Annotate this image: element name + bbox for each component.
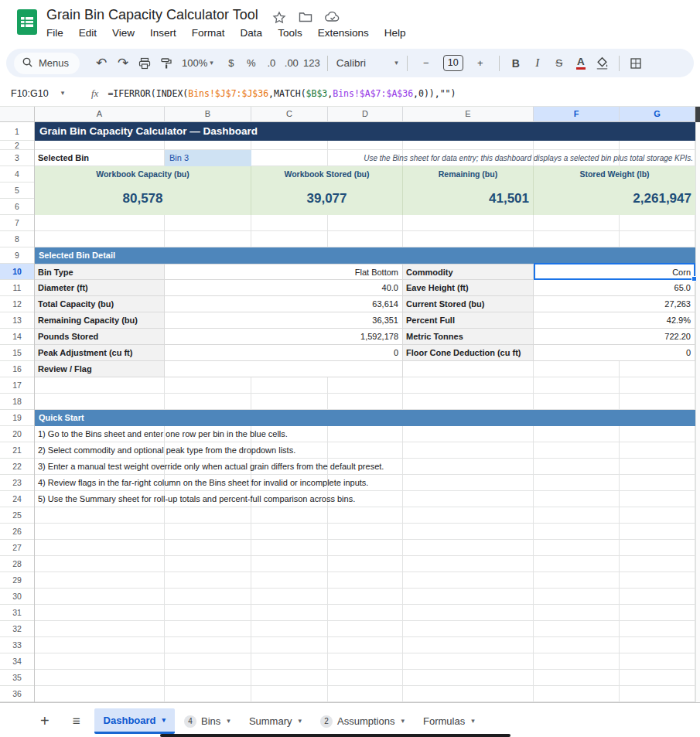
detail-label-cell[interactable]: Remaining Capacity (bu) xyxy=(35,312,165,329)
row-header-23[interactable]: 23 xyxy=(0,475,34,491)
row-header-32[interactable]: 32 xyxy=(0,621,34,637)
detail-value-cell[interactable]: 40.0 xyxy=(165,280,403,296)
fill-color-icon[interactable] xyxy=(592,53,613,73)
row-header-4[interactable]: 4 xyxy=(0,166,34,183)
menus-search-button[interactable]: Menus xyxy=(14,53,80,74)
kpi-header-workbook-capacity[interactable]: Workbook Capacity (bu) xyxy=(35,166,251,183)
detail-label-cell[interactable]: Peak Adjustment (cu ft) xyxy=(35,345,165,361)
fill-handle[interactable] xyxy=(691,276,697,281)
move-folder-icon[interactable] xyxy=(299,11,312,25)
row-header-8[interactable]: 8 xyxy=(0,231,34,247)
row-header-28[interactable]: 28 xyxy=(0,556,34,572)
selected-bin-label-cell[interactable]: Selected Bin xyxy=(35,150,165,166)
detail-label-cell[interactable]: Review / Flag xyxy=(35,361,165,377)
row-header-30[interactable]: 30 xyxy=(0,589,34,605)
row-header-35[interactable]: 35 xyxy=(0,670,34,686)
row-header-6[interactable]: 6 xyxy=(0,199,34,215)
column-header-B[interactable]: B xyxy=(165,107,251,122)
detail-value-cell[interactable]: 42.9% xyxy=(534,312,695,329)
formula-input[interactable]: =IFERROR(INDEX(Bins!$J$7:$J$36,MATCH($B$… xyxy=(108,88,456,99)
row-header-17[interactable]: 17 xyxy=(0,377,34,394)
detail-section-header-cell[interactable]: Selected Bin Detail xyxy=(35,247,695,264)
detail-label-cell[interactable]: Eave Height (ft) xyxy=(403,280,534,296)
row-header-31[interactable]: 31 xyxy=(0,605,34,621)
zoom-control[interactable]: 100% ▾ xyxy=(182,57,213,69)
detail-label-cell[interactable]: Diameter (ft) xyxy=(35,280,165,296)
row-header-25[interactable]: 25 xyxy=(0,507,34,524)
row-header-21[interactable]: 21 xyxy=(0,442,34,459)
detail-label-cell[interactable]: Floor Cone Deduction (cu ft) xyxy=(403,345,534,361)
detail-label-cell[interactable]: Percent Full xyxy=(403,312,534,329)
text-color-button[interactable]: A xyxy=(576,56,586,70)
select-all-corner[interactable] xyxy=(0,107,35,122)
all-sheets-icon[interactable]: ≡ xyxy=(73,714,80,729)
tab-dashboard[interactable]: Dashboard ▾ xyxy=(94,708,175,734)
row-header-18[interactable]: 18 xyxy=(0,394,34,410)
detail-value-cell[interactable]: Flat Bottom xyxy=(165,264,403,280)
detail-label-cell[interactable]: Metric Tonnes xyxy=(403,329,534,345)
row-header-29[interactable]: 29 xyxy=(0,572,34,589)
row-header-36[interactable]: 36 xyxy=(0,686,34,702)
row-header-27[interactable]: 27 xyxy=(0,540,34,556)
row-header-12[interactable]: 12 xyxy=(0,296,34,312)
menu-view[interactable]: View xyxy=(112,27,135,39)
borders-icon[interactable] xyxy=(625,53,647,73)
detail-value-cell[interactable]: 722.20 xyxy=(534,329,695,345)
detail-label-cell[interactable]: Current Stored (bu) xyxy=(403,296,534,312)
row-header-10[interactable]: 10 xyxy=(0,264,34,280)
strikethrough-button[interactable]: S xyxy=(548,53,570,73)
menu-file[interactable]: File xyxy=(46,27,63,39)
redo-icon[interactable]: ↷ xyxy=(112,53,134,73)
row-header-33[interactable]: 33 xyxy=(0,637,34,653)
detail-value-cell[interactable] xyxy=(165,361,403,377)
row-header-7[interactable]: 7 xyxy=(0,215,34,231)
quickstart-step-cell[interactable]: 3) Enter a manual test weight override o… xyxy=(35,459,695,475)
row-header-26[interactable]: 26 xyxy=(0,524,34,540)
column-header-E[interactable]: E xyxy=(403,107,534,122)
bold-button[interactable]: B xyxy=(505,53,527,73)
kpi-header-stored-weight[interactable]: Stored Weight (lb) xyxy=(534,166,695,183)
format-currency-button[interactable]: $ xyxy=(221,57,241,69)
row-header-5[interactable]: 5 xyxy=(0,183,34,199)
dashboard-title-cell[interactable]: Grain Bin Capacity Calculator — Dashboar… xyxy=(35,122,695,141)
detail-value-cell[interactable]: 1,592,178 xyxy=(165,329,403,345)
detail-value-cell[interactable]: 0 xyxy=(165,345,403,361)
menu-tools[interactable]: Tools xyxy=(278,27,302,39)
quickstart-step-cell[interactable]: 4) Review flags in the far-right column … xyxy=(35,475,695,491)
detail-label-cell[interactable]: Bin Type xyxy=(35,264,165,280)
kpi-header-remaining[interactable]: Remaining (bu) xyxy=(403,166,534,183)
menu-edit[interactable]: Edit xyxy=(79,27,97,39)
row-header-9[interactable]: 9 xyxy=(0,247,34,264)
quickstart-step-cell[interactable]: 2) Select commodity and optional peak ty… xyxy=(35,442,695,459)
kpi-value-workbook-stored[interactable]: 39,077 xyxy=(251,183,403,215)
format-percent-button[interactable]: % xyxy=(241,57,261,69)
row-header-11[interactable]: 11 xyxy=(0,280,34,296)
kpi-header-workbook-stored[interactable]: Workbook Stored (bu) xyxy=(251,166,403,183)
cloud-saved-icon[interactable] xyxy=(325,11,339,25)
kpi-value-stored-weight[interactable]: 2,261,947 xyxy=(534,183,695,215)
row-header-3[interactable]: 3 xyxy=(0,150,34,166)
decrease-font-size-button[interactable]: − xyxy=(416,57,436,69)
detail-value-cell[interactable]: 27,263 xyxy=(534,296,695,312)
detail-value-cell[interactable]: 36,351 xyxy=(165,312,403,329)
menu-insert[interactable]: Insert xyxy=(150,27,176,39)
vertical-scrollbar[interactable] xyxy=(695,122,700,702)
more-formats-button[interactable]: 123 xyxy=(302,57,322,69)
row-header-16[interactable]: 16 xyxy=(0,361,34,377)
column-header-A[interactable]: A xyxy=(35,107,165,122)
detail-label-cell[interactable]: Pounds Stored xyxy=(35,329,165,345)
increase-decimal-button[interactable]: .00 xyxy=(282,57,302,69)
row-header-1[interactable]: 1 xyxy=(0,122,34,141)
font-size-input[interactable]: 10 xyxy=(443,55,463,71)
detail-label-cell[interactable]: Commodity xyxy=(403,264,534,280)
row-header-13[interactable]: 13 xyxy=(0,312,34,329)
row-header-20[interactable]: 20 xyxy=(0,426,34,442)
tab-formulas[interactable]: Formulas ▾ xyxy=(414,708,484,734)
name-box[interactable]: F10:G10 ▾ xyxy=(0,88,80,99)
detail-value-cell[interactable]: 0 xyxy=(534,345,695,361)
quickstart-step-cell[interactable]: 5) Use the Summary sheet for roll-up tot… xyxy=(35,491,695,507)
row-header-34[interactable]: 34 xyxy=(0,653,34,670)
menu-data[interactable]: Data xyxy=(241,27,263,39)
italic-button[interactable]: I xyxy=(527,53,548,73)
font-family-select[interactable]: Calibri ▾ xyxy=(336,57,398,69)
